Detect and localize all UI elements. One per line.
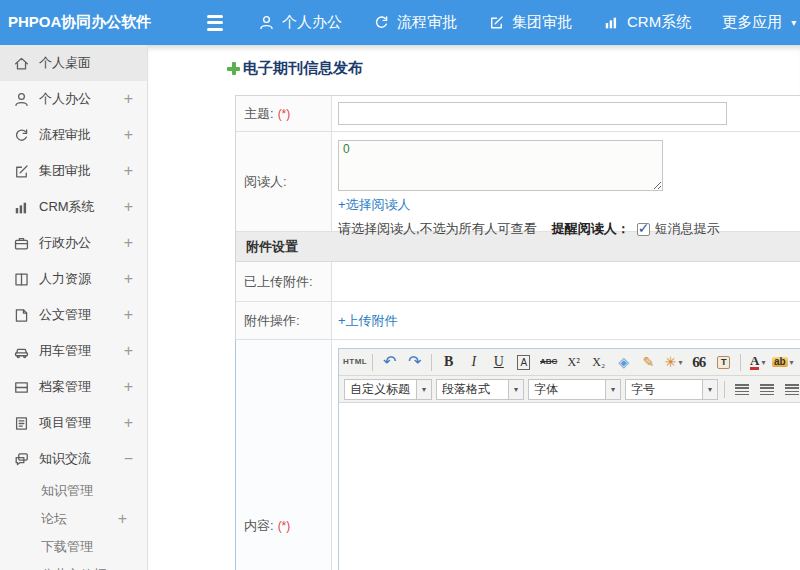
sms-notify-checkbox[interactable] bbox=[637, 223, 650, 236]
expand-plus-icon[interactable]: + bbox=[124, 271, 133, 287]
topnav-group-approval[interactable]: 集团审批 bbox=[488, 13, 572, 32]
redo-icon[interactable]: ↷ bbox=[403, 351, 426, 373]
bold-icon[interactable]: B bbox=[437, 351, 460, 373]
collapse-minus-icon[interactable]: − bbox=[124, 451, 133, 467]
project-icon bbox=[13, 415, 30, 432]
expand-plus-icon[interactable]: + bbox=[124, 127, 133, 143]
remove-format-icon[interactable]: ◈ bbox=[612, 351, 635, 373]
undo-icon[interactable]: ↶ bbox=[378, 351, 401, 373]
editor-content-area[interactable] bbox=[339, 403, 800, 570]
sidebar-item-personal-office[interactable]: 个人办公 + bbox=[0, 81, 147, 117]
font-color-icon[interactable]: A▾ bbox=[746, 351, 769, 373]
sidebar-subitem-knowledge-mgmt[interactable]: 知识管理 bbox=[0, 477, 147, 505]
format-brush-icon[interactable]: ✎ bbox=[637, 351, 660, 373]
highlight-color-icon[interactable]: ab▾ bbox=[771, 351, 794, 373]
align-left-icon[interactable] bbox=[730, 378, 753, 400]
car-icon bbox=[13, 343, 30, 360]
superscript-icon[interactable]: X² bbox=[562, 351, 585, 373]
form-row-readers: 阅读人: 0 +选择阅读人 请选择阅读人,不选为所有人可查看 提醒阅读人： 短消… bbox=[236, 132, 800, 232]
sidebar-item-hr[interactable]: 人力资源 + bbox=[0, 261, 147, 297]
html-source-button[interactable]: HTML bbox=[343, 351, 367, 373]
select-readers-link[interactable]: +选择阅读人 bbox=[338, 196, 411, 214]
archive-icon bbox=[13, 379, 30, 396]
topnav-label: 集团审批 bbox=[512, 13, 572, 32]
uploaded-attachments-label: 已上传附件: bbox=[244, 273, 313, 291]
font-family-select[interactable]: 字体 ▾ bbox=[528, 379, 621, 400]
auto-typeset-icon[interactable]: ✳▾ bbox=[662, 351, 685, 373]
sidebar-item-group-approval[interactable]: 集团审批 + bbox=[0, 153, 147, 189]
italic-icon[interactable]: I bbox=[462, 351, 485, 373]
char-border-icon[interactable]: A bbox=[512, 351, 535, 373]
align-right-icon[interactable] bbox=[780, 378, 800, 400]
expand-plus-icon[interactable]: + bbox=[124, 199, 133, 215]
subscript-icon[interactable]: X₂ bbox=[587, 351, 610, 373]
expand-plus-icon[interactable]: + bbox=[124, 307, 133, 323]
expand-plus-icon[interactable]: + bbox=[124, 163, 133, 179]
sidebar-item-workflow-approval[interactable]: 流程审批 + bbox=[0, 117, 147, 153]
expand-plus-icon[interactable]: + bbox=[124, 379, 133, 395]
paste-text-icon[interactable]: T bbox=[712, 351, 735, 373]
sidebar-item-vehicle-mgmt[interactable]: 用车管理 + bbox=[0, 333, 147, 369]
person-icon bbox=[258, 14, 275, 31]
remind-readers-label: 提醒阅读人： bbox=[552, 220, 630, 238]
readers-hint-text: 请选择阅读人,不选为所有人可查看 bbox=[338, 220, 537, 238]
chat-icon bbox=[13, 451, 30, 468]
heading-style-select[interactable]: 自定义标题 ▾ bbox=[344, 379, 432, 400]
sidebar-item-document-mgmt[interactable]: 公文管理 + bbox=[0, 297, 147, 333]
topnav-crm[interactable]: CRM系统 bbox=[603, 13, 691, 32]
ordered-list-icon[interactable]: ≡▾ bbox=[796, 351, 800, 373]
topnav-personal-office[interactable]: 个人办公 bbox=[258, 13, 342, 32]
menu-toggle-button[interactable] bbox=[204, 15, 226, 31]
book-icon bbox=[13, 271, 30, 288]
paragraph-format-select[interactable]: 段落格式 ▾ bbox=[436, 379, 524, 400]
editor-toolbar-row1: HTML↶↷BIUAABCX²X₂◈✎✳▾66TA▾ab▾≡▾≡ bbox=[339, 349, 800, 376]
expand-plus-icon[interactable]: + bbox=[118, 511, 127, 527]
app-logo[interactable]: PHPOA协同办公软件 bbox=[0, 13, 152, 32]
sidebar-subitem-forum[interactable]: 论坛 + bbox=[0, 505, 147, 533]
topnav-label: CRM系统 bbox=[627, 13, 691, 32]
bar-chart-icon bbox=[13, 199, 30, 216]
attachment-action-label: 附件操作: bbox=[244, 312, 300, 330]
form-row-content: 内容: (*) HTML↶↷BIUAABCX²X₂◈✎✳▾66TA▾ab▾≡▾≡… bbox=[236, 340, 800, 570]
edit-icon bbox=[488, 14, 505, 31]
sms-notify-label: 短消息提示 bbox=[655, 220, 720, 238]
topnav-label: 流程审批 bbox=[397, 13, 457, 32]
chevron-down-icon: ▾ bbox=[508, 380, 523, 399]
subject-label: 主题: bbox=[244, 105, 274, 123]
font-size-select[interactable]: 字号 ▾ bbox=[625, 379, 718, 400]
sidebar-item-archive-mgmt[interactable]: 档案管理 + bbox=[0, 369, 147, 405]
form-row-subject: 主题: (*) bbox=[236, 96, 800, 132]
expand-plus-icon[interactable]: + bbox=[124, 415, 133, 431]
chevron-down-icon: ▾ bbox=[791, 17, 796, 28]
expand-plus-icon[interactable]: + bbox=[124, 343, 133, 359]
sidebar-item-knowledge-exchange[interactable]: 知识交流 − bbox=[0, 441, 147, 477]
publish-form: 主题: (*) 阅读人: 0 +选择阅读人 请选择阅读人,不选为所有人可查看 提… bbox=[235, 95, 800, 570]
process-icon bbox=[13, 127, 30, 144]
briefcase-icon bbox=[13, 235, 30, 252]
sidebar-item-crm[interactable]: CRM系统 + bbox=[0, 189, 147, 225]
form-row-uploaded-attachments: 已上传附件: bbox=[236, 262, 800, 302]
sidebar-item-admin-office[interactable]: 行政办公 + bbox=[0, 225, 147, 261]
sidebar-item-project-mgmt[interactable]: 项目管理 + bbox=[0, 405, 147, 441]
upload-attachment-link[interactable]: +上传附件 bbox=[338, 312, 398, 330]
topnav-workflow-approval[interactable]: 流程审批 bbox=[373, 13, 457, 32]
readers-textarea[interactable]: 0 bbox=[338, 140, 663, 191]
dropdown-caret-icon: ▾ bbox=[679, 358, 683, 367]
expand-plus-icon[interactable]: + bbox=[124, 91, 133, 107]
blockquote-icon[interactable]: 66 bbox=[687, 351, 710, 373]
sidebar-subitem-public-file-cabinet[interactable]: 公共文件柜 bbox=[0, 561, 147, 570]
underline-icon[interactable]: U bbox=[487, 351, 510, 373]
chevron-down-icon: ▾ bbox=[416, 380, 431, 399]
topnav-more-apps[interactable]: 更多应用 ▾ bbox=[722, 13, 796, 32]
process-icon bbox=[373, 14, 390, 31]
rich-text-editor: HTML↶↷BIUAABCX²X₂◈✎✳▾66TA▾ab▾≡▾≡ 自定义标题 ▾… bbox=[338, 348, 800, 570]
form-row-attachment-action: 附件操作: +上传附件 bbox=[236, 302, 800, 340]
align-center-icon[interactable] bbox=[755, 378, 778, 400]
chevron-down-icon: ▾ bbox=[702, 380, 717, 399]
sidebar-subitem-download-mgmt[interactable]: 下载管理 bbox=[0, 533, 147, 561]
strikethrough-icon[interactable]: ABC bbox=[537, 351, 560, 373]
required-mark: (*) bbox=[278, 107, 291, 121]
subject-input[interactable] bbox=[338, 102, 727, 125]
sidebar-item-personal-desktop[interactable]: 个人桌面 bbox=[0, 45, 147, 81]
expand-plus-icon[interactable]: + bbox=[124, 235, 133, 251]
